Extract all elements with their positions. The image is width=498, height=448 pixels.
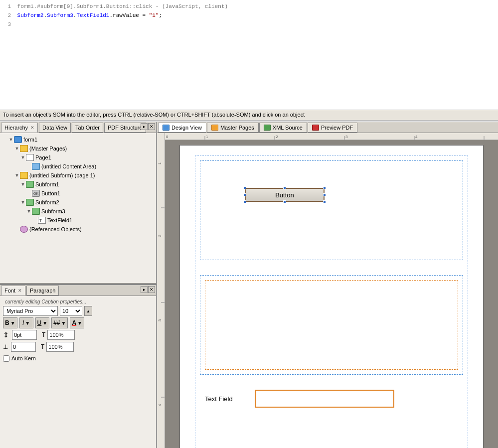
tab-xml-source[interactable]: XML Source [259,123,307,133]
tab-font-label: Font [4,288,15,294]
line-num-2: 2 [4,11,11,20]
tab-master-pages-label: Master Pages [220,125,254,131]
tree-item-untitled-subform[interactable]: ▼ (untitled Subform) (page 1) [0,171,156,180]
handle-tl [243,186,246,189]
color-btn[interactable]: A ▼ [70,317,84,328]
font-style-row: B ▼ I ▼ U ▼ ## ▼ A ▼ [3,317,153,328]
scale-h-input[interactable] [47,330,75,340]
folder-icon [20,172,28,179]
toggle[interactable]: ▼ [20,155,26,160]
bold-dropdown[interactable]: ▼ [10,320,15,326]
strikethrough-dropdown[interactable]: ▼ [61,320,66,326]
ruler-left-svg: 1 2 3 4 [157,133,165,448]
baseline-input[interactable] [11,342,36,352]
font-size-up[interactable]: ▲ [84,306,92,316]
design-view-panel: Design View Master Pages XML Source Prev… [157,122,498,448]
toggle[interactable]: ▼ [8,137,14,142]
baseline-row: ⊥ T [3,341,153,352]
tab-design-view[interactable]: Design View [158,123,206,133]
tab-font[interactable]: Font ✕ [1,286,25,296]
code-line-3[interactable]: 3 [4,20,494,29]
font-panel-inner: currently editing Caption properties... … [0,296,156,365]
code-title: form1.#subform[0].Subform1.Button1::clic… [17,3,228,9]
handle-bl [243,200,246,203]
color-icon: A [72,319,76,326]
status-text: To insert an object's SOM into the edito… [3,112,305,118]
tab-data-view[interactable]: Data View [39,123,71,133]
font-panel-float-btn[interactable]: ▸ [141,286,148,293]
tree-item-subform3[interactable]: ▼ Subform3 [0,207,156,216]
underline-dropdown[interactable]: ▼ [42,320,47,326]
hierarchy-tree: ▼ form1 ▼ (Master Pages) ▼ Page1 [0,133,156,283]
tab-tab-order-label: Tab Order [75,125,100,131]
tab-hierarchy[interactable]: Hierarchy ✕ [1,123,38,133]
svg-text:2: 2 [276,135,278,139]
subform-icon [26,181,34,188]
toggle[interactable]: ▼ [26,209,32,214]
auto-kern-label: Auto Kern [11,355,36,361]
main-area: Hierarchy ✕ Data View Tab Order PDF Stru… [0,122,498,448]
tab-tab-order[interactable]: Tab Order [72,123,103,133]
font-size-select[interactable]: 10 [60,306,82,316]
font-panel-controls: ▸ ✕ [141,286,155,293]
tree-item-referenced[interactable]: (Referenced Objects) [0,225,156,234]
tree-label-referenced: (Referenced Objects) [29,226,82,232]
line-num-1: 1 [4,2,11,11]
auto-kern-checkbox[interactable] [3,355,9,362]
panel-close-btn[interactable]: ✕ [148,123,155,130]
scale-v-input[interactable] [46,342,74,352]
tree-item-button1[interactable]: OK Button1 [0,189,156,198]
italic-dropdown[interactable]: ▼ [25,320,30,326]
italic-icon: I [22,319,24,326]
subform3-border [205,280,458,370]
canvas-area[interactable]: Button Text Field [165,140,498,448]
tree-item-page1[interactable]: ▼ Page1 [0,153,156,162]
tab-hierarchy-label: Hierarchy [4,125,28,131]
toggle[interactable]: ▼ [14,146,20,151]
tab-preview-pdf[interactable]: Preview PDF [308,123,357,133]
svg-text:1: 1 [206,135,208,139]
font-panel-close-btn[interactable]: ✕ [148,286,155,293]
subform1-border [200,160,463,260]
tree-label-subform3: Subform3 [41,208,65,214]
tab-pdf-structure[interactable]: PDF Structure [104,123,146,133]
tab-paragraph[interactable]: Paragraph [26,286,59,296]
tree-item-subform1[interactable]: ▼ Subform1 [0,180,156,189]
code-text-2: Subform2.Subform3.TextField1.rawValue = … [17,12,163,18]
bold-btn[interactable]: B ▼ [3,317,17,328]
toggle[interactable]: ▼ [20,182,26,187]
tree-label-form1: form1 [23,137,37,143]
toggle[interactable]: ▼ [20,200,26,205]
strikethrough-btn[interactable]: ## ▼ [51,317,68,328]
textfield-element[interactable]: Text Field [205,390,394,408]
button-widget[interactable]: Button [245,188,325,202]
code-editor: 1 form1.#subform[0].Subform1.Button1::cl… [0,0,498,122]
textfield-input[interactable] [255,390,394,408]
svg-text:3: 3 [158,319,162,321]
tree-item-content-area[interactable]: (untitled Content Area) [0,162,156,171]
spacing-input[interactable] [12,330,37,340]
tab-hierarchy-close[interactable]: ✕ [30,125,34,130]
tree-item-form1[interactable]: ▼ form1 [0,135,156,144]
tab-paragraph-label: Paragraph [30,288,55,294]
svg-text:3: 3 [345,135,348,139]
tab-master-pages[interactable]: Master Pages [207,123,259,133]
tree-item-subform2[interactable]: ▼ Subform2 [0,198,156,207]
code-line-2[interactable]: 2 Subform2.Subform3.TextField1.rawValue … [4,11,494,20]
font-name-select[interactable]: Myriad Pro [3,306,58,316]
italic-btn[interactable]: I ▼ [19,317,33,328]
toggle[interactable]: ▼ [14,173,20,178]
tab-font-close[interactable]: ✕ [18,288,22,293]
tree-item-textfield1[interactable]: T TextField1 [0,216,156,225]
tree-item-master-pages[interactable]: ▼ (Master Pages) [0,144,156,153]
bold-icon: B [5,319,9,326]
ruler-left: 1 2 3 4 [157,133,165,448]
underline-btn[interactable]: U ▼ [35,317,50,328]
folder-icon [20,145,28,152]
button-element[interactable]: Button [245,188,325,202]
color-dropdown[interactable]: ▼ [77,320,82,326]
panel-float-btn[interactable]: ▸ [141,123,148,130]
tab-data-view-label: Data View [42,125,67,131]
page-icon [26,154,34,161]
subform-icon [32,163,40,170]
